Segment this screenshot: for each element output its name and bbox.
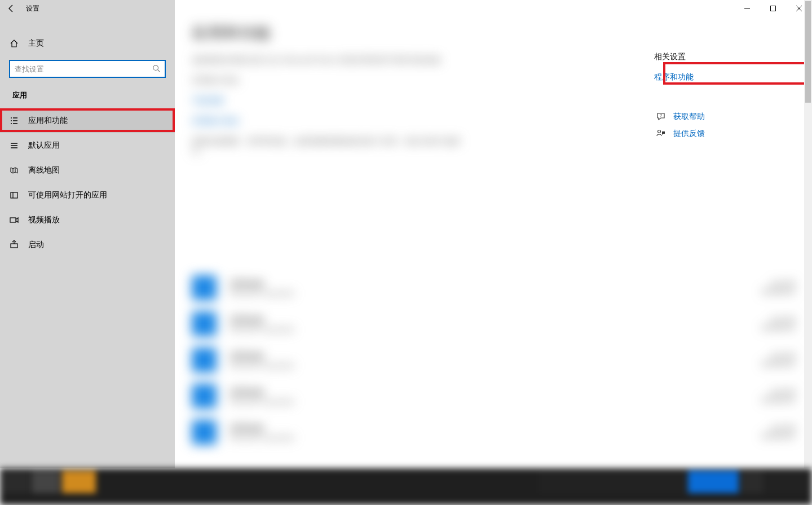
- link-programs-and-features[interactable]: 程序和功能: [654, 69, 801, 86]
- taskbar[interactable]: [0, 468, 812, 505]
- back-button[interactable]: [0, 0, 23, 17]
- svg-rect-6: [771, 6, 776, 11]
- svg-rect-2: [10, 218, 16, 222]
- sidebar: 设置 主页 应用 应用和功能 默认应用 离线地图 可使用网站打: [0, 0, 175, 468]
- vertical-scrollbar[interactable]: [804, 0, 812, 468]
- search-input[interactable]: [9, 60, 166, 78]
- sidebar-item-label: 默认应用: [28, 140, 60, 151]
- sidebar-home-label: 主页: [28, 38, 44, 49]
- sidebar-item-default-apps[interactable]: 默认应用: [0, 133, 175, 158]
- video-icon: [9, 216, 19, 225]
- link-give-feedback[interactable]: 提供反馈: [654, 125, 801, 142]
- link-label: 提供反馈: [673, 129, 705, 139]
- maximize-button[interactable]: [760, 0, 786, 17]
- open-with-icon: [9, 191, 19, 200]
- help-icon: ?: [654, 112, 668, 122]
- sidebar-item-startup[interactable]: 启动: [0, 232, 175, 257]
- sidebar-item-label: 应用和功能: [28, 116, 68, 126]
- related-settings-panel: 相关设置 程序和功能 ? 获取帮助 提供反馈: [654, 52, 801, 142]
- sidebar-item-offline-maps[interactable]: 离线地图: [0, 158, 175, 183]
- close-button[interactable]: [786, 0, 812, 17]
- arrow-left-icon: [7, 4, 16, 13]
- list-icon: [9, 116, 19, 125]
- home-icon: [9, 39, 19, 48]
- sidebar-item-label: 启动: [28, 240, 44, 250]
- sidebar-item-website-apps[interactable]: 可使用网站打开的应用: [0, 183, 175, 208]
- search-icon: [152, 64, 160, 74]
- title-bar: 设置: [0, 0, 175, 17]
- startup-icon: [9, 240, 19, 249]
- link-label: 程序和功能: [654, 72, 694, 82]
- map-icon: [9, 166, 19, 175]
- window-title: 设置: [26, 4, 39, 14]
- link-label: 获取帮助: [673, 112, 705, 122]
- sidebar-item-apps-features[interactable]: 应用和功能: [0, 108, 175, 133]
- sidebar-item-label: 可使用网站打开的应用: [28, 190, 107, 200]
- minimize-button[interactable]: [734, 0, 760, 17]
- sidebar-item-label: 离线地图: [28, 165, 60, 175]
- svg-point-0: [153, 65, 158, 71]
- defaults-icon: [9, 141, 19, 150]
- sidebar-item-label: 视频播放: [28, 215, 60, 225]
- svg-rect-1: [11, 192, 17, 198]
- feedback-icon: [654, 129, 668, 139]
- svg-point-5: [658, 130, 661, 133]
- search-wrap: [0, 54, 175, 80]
- svg-text:?: ?: [660, 113, 662, 117]
- link-get-help[interactable]: ? 获取帮助: [654, 108, 801, 125]
- sidebar-section-label: 应用: [0, 80, 175, 108]
- sidebar-item-video-playback[interactable]: 视频播放: [0, 208, 175, 232]
- related-settings-heading: 相关设置: [654, 52, 801, 62]
- window-controls: [734, 0, 812, 17]
- sidebar-home[interactable]: 主页: [0, 33, 175, 54]
- svg-rect-3: [11, 244, 17, 248]
